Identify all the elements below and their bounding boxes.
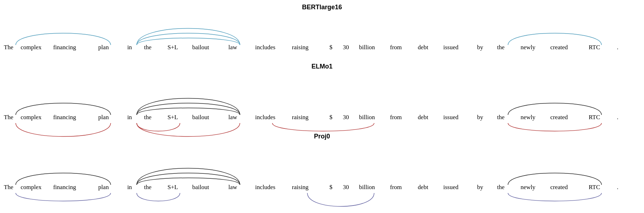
word-elmo1-9: includes — [255, 114, 276, 121]
title-proj0: Proj0 — [0, 133, 644, 140]
word-proj0-1: complex — [21, 184, 42, 191]
word-bertlarge16-9: includes — [255, 44, 276, 51]
word-bertlarge16-4: in — [127, 44, 132, 51]
word-proj0-15: debt — [418, 184, 428, 191]
row-bertlarge16: ThecomplexfinancingplanintheS+Lbailoutla… — [4, 13, 640, 59]
word-bertlarge16-5: the — [144, 44, 152, 51]
title-elmo1: ELMo1 — [0, 63, 644, 70]
word-proj0-19: newly — [520, 184, 535, 191]
title-bertlarge16: BERTlarge16 — [0, 4, 644, 11]
word-elmo1-16: issued — [443, 114, 459, 121]
word-elmo1-21: RTC — [589, 114, 600, 121]
word-bertlarge16-19: newly — [520, 44, 535, 51]
word-proj0-6: S+L — [167, 184, 178, 191]
word-elmo1-13: billion — [359, 114, 375, 121]
word-elmo1-11: $ — [329, 114, 333, 121]
word-elmo1-2: financing — [53, 114, 76, 121]
word-proj0-20: created — [550, 184, 568, 191]
word-bertlarge16-22: . — [617, 44, 618, 51]
word-proj0-12: 30 — [343, 184, 349, 191]
word-bertlarge16-18: the — [497, 44, 505, 51]
word-bertlarge16-2: financing — [53, 44, 76, 51]
section-elmo1: ELMo1ThecomplexfinancingplanintheS+Lbail… — [0, 63, 644, 129]
word-proj0-2: financing — [53, 184, 76, 191]
word-proj0-17: by — [477, 184, 483, 191]
word-elmo1-22: . — [617, 114, 618, 121]
word-bertlarge16-21: RTC — [589, 44, 600, 51]
word-bertlarge16-10: raising — [292, 44, 308, 51]
word-elmo1-19: newly — [520, 114, 535, 121]
word-proj0-7: bailout — [192, 184, 209, 191]
word-proj0-8: law — [228, 184, 237, 191]
word-elmo1-15: debt — [418, 114, 428, 121]
word-elmo1-1: complex — [21, 114, 42, 121]
word-proj0-18: the — [497, 184, 505, 191]
word-bertlarge16-6: S+L — [167, 44, 178, 51]
word-proj0-13: billion — [359, 184, 375, 191]
word-proj0-22: . — [617, 184, 618, 191]
word-proj0-21: RTC — [589, 184, 600, 191]
word-elmo1-6: S+L — [167, 114, 178, 121]
word-bertlarge16-16: issued — [443, 44, 459, 51]
word-proj0-5: the — [144, 184, 152, 191]
word-proj0-10: raising — [292, 184, 308, 191]
arcs-svg-bertlarge16 — [4, 13, 640, 59]
word-proj0-16: issued — [443, 184, 459, 191]
word-bertlarge16-0: The — [4, 44, 13, 51]
word-elmo1-14: from — [390, 114, 402, 121]
word-proj0-9: includes — [255, 184, 276, 191]
word-proj0-3: plan — [98, 184, 109, 191]
diagram-container: BERTlarge16ThecomplexfinancingplanintheS… — [0, 0, 644, 206]
word-elmo1-8: law — [228, 114, 237, 121]
word-elmo1-0: The — [4, 114, 13, 121]
word-bertlarge16-8: law — [228, 44, 237, 51]
word-bertlarge16-3: plan — [98, 44, 109, 51]
word-proj0-14: from — [390, 184, 402, 191]
row-elmo1: ThecomplexfinancingplanintheS+Lbailoutla… — [4, 72, 640, 129]
word-elmo1-18: the — [497, 114, 505, 121]
word-bertlarge16-13: billion — [359, 44, 375, 51]
word-bertlarge16-7: bailout — [192, 44, 209, 51]
section-bertlarge16: BERTlarge16ThecomplexfinancingplanintheS… — [0, 4, 644, 59]
word-bertlarge16-11: $ — [329, 44, 333, 51]
word-bertlarge16-14: from — [390, 44, 402, 51]
word-elmo1-7: bailout — [192, 114, 209, 121]
word-elmo1-12: 30 — [343, 114, 349, 121]
word-bertlarge16-15: debt — [418, 44, 428, 51]
word-elmo1-10: raising — [292, 114, 308, 121]
word-elmo1-3: plan — [98, 114, 109, 121]
word-bertlarge16-1: complex — [21, 44, 42, 51]
section-proj0: Proj0ThecomplexfinancingplanintheS+Lbail… — [0, 133, 644, 199]
word-proj0-0: The — [4, 184, 13, 191]
word-bertlarge16-12: 30 — [343, 44, 349, 51]
word-elmo1-4: in — [127, 114, 132, 121]
word-bertlarge16-20: created — [550, 44, 568, 51]
word-elmo1-5: the — [144, 114, 152, 121]
word-elmo1-20: created — [550, 114, 568, 121]
row-proj0: ThecomplexfinancingplanintheS+Lbailoutla… — [4, 142, 640, 199]
word-elmo1-17: by — [477, 114, 483, 121]
word-proj0-4: in — [127, 184, 132, 191]
word-bertlarge16-17: by — [477, 44, 483, 51]
word-proj0-11: $ — [329, 184, 333, 191]
